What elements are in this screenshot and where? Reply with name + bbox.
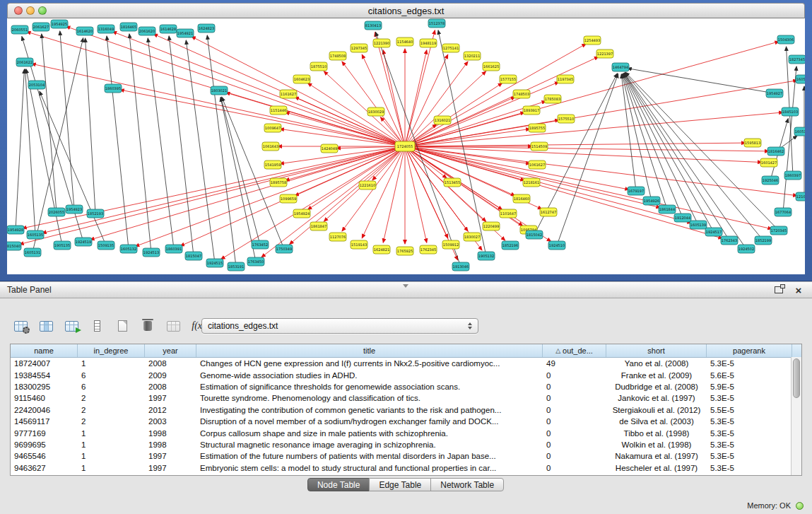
table-row[interactable]: 977716911998Corpus callosum shape and si… [11,427,801,438]
network-node-cyan[interactable]: 1605139 [690,221,707,229]
delete-table-button[interactable] [137,316,158,336]
network-node-cyan[interactable]: 1852193 [87,209,104,218]
network-node-cyan[interactable]: 1852199 [755,236,772,245]
network-node-yellow[interactable]: 1954924 [293,209,310,218]
network-node-cyan[interactable]: 1853191 [228,262,245,271]
network-node-cyan[interactable]: 1803021 [211,86,228,95]
scrollbar-thumb[interactable] [793,358,800,398]
network-node-yellow[interactable]: 1254493 [584,36,601,45]
network-node-yellow[interactable]: 1061643 [262,142,279,151]
network-node-cyan[interactable]: 1860391 [165,245,182,253]
network-node-cyan[interactable]: 1605137 [796,75,805,83]
network-node-cyan[interactable]: 1954923 [66,205,83,214]
network-node-cyan[interactable]: 1763450 [247,257,264,266]
network-node-cyan[interactable]: 1464794 [612,63,629,71]
citation-edge[interactable] [25,69,35,235]
network-node-cyan[interactable]: 1816465 [120,23,137,31]
citation-edge[interactable] [26,69,62,245]
network-node-cyan[interactable]: 1924502 [738,245,755,253]
network-node-cyan[interactable]: 1924510 [548,241,565,250]
table-row[interactable]: 1456911722003Disruption of a novel membe… [11,416,801,427]
network-node-cyan[interactable]: 1954928 [7,226,24,234]
network-node-yellow[interactable]: 1514509 [531,142,548,151]
close-window-button[interactable] [14,6,23,15]
citation-edge[interactable] [438,30,486,256]
network-node-cyan[interactable]: 1512378 [428,19,445,28]
network-node-yellow[interactable]: 1765925 [396,247,413,255]
network-node-yellow[interactable]: 1220499 [483,222,500,230]
network-node-yellow[interactable]: 1748503 [513,90,530,98]
network-node-cyan[interactable]: 1815040 [7,242,21,250]
minimize-window-button[interactable] [26,6,35,15]
network-node-cyan[interactable]: 1614628 [160,25,177,33]
table-row[interactable]: 2242004622012Investigating the contribut… [11,404,801,416]
network-node-cyan[interactable]: 1905135 [54,241,71,250]
network-node-yellow[interactable]: 1218161 [523,178,540,187]
citation-edge[interactable] [42,34,57,212]
network-node-yellow[interactable]: 1509912 [442,240,459,249]
network-node-yellow[interactable]: 1948119 [420,39,437,47]
citation-edge[interactable] [375,32,461,267]
network-node-yellow[interactable]: 1161627 [280,90,297,98]
network-node-yellow[interactable]: 1624821 [373,245,390,254]
table-row[interactable]: 1872400712008Changes of HCN gene express… [11,358,801,369]
network-node-yellow[interactable]: 1612747 [540,208,557,216]
network-node-yellow[interactable]: 1221397 [596,49,613,58]
citation-edge[interactable] [405,146,529,230]
network-node-yellow[interactable]: 1424049 [321,144,338,153]
network-node-yellow[interactable]: 1320211 [464,52,481,60]
network-node-cyan[interactable]: 1954926 [643,197,660,205]
column-header-outde[interactable]: △out_de... [543,344,606,357]
network-node-yellow[interactable]: 1127076 [329,233,346,241]
column-header-pagerank[interactable]: pagerank [707,344,792,357]
column-header-title[interactable]: title [196,344,543,357]
citation-edge[interactable] [557,74,618,245]
network-node-cyan[interactable]: 1912044 [674,214,691,222]
citation-edge[interactable] [623,74,683,218]
citation-edge[interactable] [120,90,405,146]
network-node-yellow[interactable]: 1101647 [500,209,517,218]
network-node-cyan[interactable]: 8130413 [365,21,382,30]
table-options-button[interactable] [10,316,31,336]
network-node-cyan[interactable]: 1954927 [766,89,783,98]
network-node-yellow[interactable]: 1816460 [513,194,530,203]
import-table-button[interactable] [163,316,184,336]
network-node-cyan[interactable]: 1677064 [775,208,792,216]
network-node-yellow[interactable]: 1724055 [395,141,415,151]
network-node-yellow[interactable]: 1061627 [529,160,546,169]
network-node-yellow[interactable]: 1575510 [558,115,575,123]
network-node-yellow[interactable]: 1830029 [367,107,384,116]
citation-edge[interactable] [405,146,772,229]
network-node-cyan[interactable]: 1827345 [789,55,805,64]
network-node-cyan[interactable]: 1210631 [796,192,805,201]
new-table-button[interactable] [112,316,133,336]
network-node-cyan[interactable]: 2053104 [28,81,45,89]
network-table-select[interactable]: citations_edges.txt [201,318,478,334]
citation-edge[interactable] [405,42,779,146]
table-row[interactable]: 969969511998Structural magnetic resonanc… [11,439,801,450]
network-node-yellow[interactable]: 1275141 [442,44,459,52]
window-titlebar[interactable]: citations_edges.txt [7,3,805,18]
citation-edge[interactable] [23,146,405,228]
network-node-yellow[interactable]: 1604623 [293,75,310,83]
table-row[interactable]: 946362711997Embryonic stem cells: a mode… [11,462,801,474]
network-node-cyan[interactable]: 1913046 [452,262,469,271]
network-canvas[interactable]: 1724055115464012213901297345174850818755… [7,18,805,274]
network-node-yellow[interactable]: 1519143 [351,240,367,249]
table-row[interactable]: 911546021997Tourette syndrome. Phenomeno… [11,392,801,404]
network-node-cyan[interactable]: 2026055 [48,208,65,216]
table-row[interactable]: 1938455462009Genome-wide association stu… [11,369,801,380]
network-node-yellow[interactable]: 1009647 [264,124,281,132]
network-node-cyan[interactable]: 1861844 [659,205,676,214]
network-node-cyan[interactable]: 1924515 [206,259,223,267]
citation-edge[interactable] [628,69,775,93]
network-node-yellow[interactable]: 1661625 [483,62,500,71]
tab-edge-table[interactable]: Edge Table [369,478,431,491]
tab-network-table[interactable]: Network Table [430,478,504,491]
network-graph[interactable]: 1724055115464012213901297345174850818755… [7,18,805,274]
network-node-cyan[interactable]: 1845103 [782,107,799,116]
citation-edge[interactable] [405,81,797,146]
network-node-yellow[interactable]: 1221390 [373,39,390,47]
network-node-cyan[interactable]: 1860397 [784,171,801,180]
network-node-yellow[interactable]: 1197345 [557,75,574,83]
